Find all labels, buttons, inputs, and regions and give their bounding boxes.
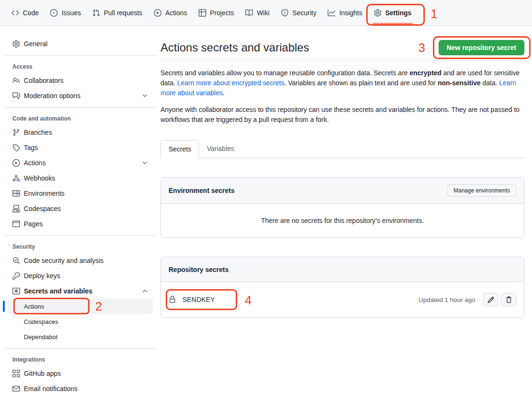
- annotation-number-1: 1: [431, 8, 437, 20]
- key-asterisk-icon: [12, 287, 20, 295]
- repo-tab-label: Security: [292, 9, 317, 17]
- repo-tab-insights[interactable]: Insights: [323, 0, 367, 25]
- repo-tab-label: Issues: [61, 9, 80, 17]
- learn-more-link[interactable]: Learn more about encrypted secrets: [177, 79, 284, 87]
- sidebar-item-branches[interactable]: Branches: [8, 125, 153, 140]
- intro-text: . Variables are shown as plain text and …: [284, 79, 438, 87]
- repo-tab-label: Projects: [210, 9, 234, 17]
- book-icon: [245, 9, 253, 17]
- tab-variables[interactable]: Variables: [199, 140, 241, 158]
- sidebar-item-collaborators[interactable]: Collaborators: [8, 73, 153, 88]
- repo-tab-label: Pull requests: [104, 9, 142, 17]
- sidebar-item-label: Actions: [24, 159, 46, 167]
- sidebar-item-secrets-and-variables[interactable]: Secrets and variables: [8, 283, 153, 299]
- sidebar-item-code-security-and-analysis[interactable]: Code security and analysis: [8, 253, 153, 268]
- sidebar-item-general[interactable]: General: [8, 36, 153, 51]
- server-icon: [12, 190, 20, 197]
- sidebar-section-title-access: Access: [8, 60, 153, 73]
- repo-tab-security[interactable]: Security: [276, 0, 321, 25]
- repo-tab-issues[interactable]: Issues: [45, 0, 85, 25]
- sidebar-divider: [4, 235, 157, 236]
- sidebar-item-label: Code security and analysis: [24, 257, 103, 264]
- repo-tab-settings[interactable]: Settings1: [369, 0, 416, 25]
- lock-icon: [169, 296, 176, 303]
- sidebar-item-label: Email notifications: [24, 385, 78, 393]
- sidebar-item-codespaces[interactable]: Codespaces: [8, 201, 153, 216]
- repo-tab-bar: CodeIssuesPull requestsActionsProjectsWi…: [0, 0, 532, 26]
- sidebar-item-label: GitHub apps: [24, 370, 61, 377]
- tag-icon: [12, 144, 20, 151]
- sidebar-subitem-codespaces[interactable]: Codespaces: [8, 314, 153, 329]
- sidebar-item-label: Dependabot: [24, 333, 58, 341]
- sidebar-divider: [4, 107, 157, 108]
- environment-secrets-header: Environment secrets Manage environments: [161, 178, 524, 204]
- page-header: Actions secrets and variables New reposi…: [161, 40, 524, 60]
- sidebar-subitem-actions[interactable]: Actions2: [8, 299, 153, 314]
- repo-tab-label: Settings: [385, 9, 412, 17]
- sidebar-item-tags[interactable]: Tags: [8, 140, 153, 155]
- browser-icon: [12, 220, 20, 228]
- settings-sidebar: GeneralAccessCollaboratorsModeration opt…: [0, 26, 161, 404]
- new-secret-button-wrap: New repository secret 3: [439, 40, 524, 55]
- sidebar-item-environments[interactable]: Environments: [8, 186, 153, 201]
- sidebar-divider: [4, 55, 157, 56]
- repository-secrets-title: Repository secrets: [169, 266, 229, 273]
- sidebar-section-title-security: Security: [8, 240, 153, 253]
- issue-opened-icon: [50, 9, 58, 17]
- sidebar-item-label: Webhooks: [24, 174, 55, 182]
- sidebar-item-deploy-keys[interactable]: Deploy keys: [8, 268, 153, 283]
- emphasis-text: non-sensitive: [438, 79, 481, 87]
- sidebar-item-label: Branches: [24, 129, 52, 136]
- settings-main: Actions secrets and variables New reposi…: [161, 26, 532, 318]
- gear-icon: [12, 40, 20, 48]
- new-repository-secret-button[interactable]: New repository secret: [439, 40, 524, 55]
- annotation-number-4: 4: [245, 294, 251, 306]
- mail-icon: [12, 385, 20, 393]
- sidebar-item-github-apps[interactable]: GitHub apps: [8, 366, 153, 381]
- sidebar-item-webhooks[interactable]: Webhooks: [8, 171, 153, 186]
- codescan-icon: [12, 257, 20, 264]
- key-icon: [12, 272, 20, 280]
- intro-text: Secrets and variables allow you to manag…: [161, 69, 410, 77]
- page-title: Actions secrets and variables: [161, 40, 309, 55]
- active-tab-underline: [372, 23, 413, 24]
- repo-tab-projects[interactable]: Projects: [194, 0, 239, 25]
- environment-secrets-title: Environment secrets: [169, 187, 235, 194]
- sidebar-item-actions[interactable]: Actions: [8, 155, 153, 171]
- manage-environments-button[interactable]: Manage environments: [447, 184, 516, 197]
- repo-tab-code[interactable]: Code: [7, 0, 43, 25]
- sidebar-item-label: Codespaces: [24, 205, 61, 212]
- repo-tab-pull-requests[interactable]: Pull requests: [88, 0, 147, 25]
- chevron-up-icon: [141, 288, 148, 294]
- repo-tab-actions[interactable]: Actions: [149, 0, 192, 25]
- secret-updated-text: Updated 1 hour ago: [419, 296, 475, 303]
- delete-secret-button[interactable]: [501, 293, 516, 306]
- sidebar-item-label: Collaborators: [24, 77, 63, 84]
- repo-tab-wiki[interactable]: Wiki: [241, 0, 274, 25]
- edit-secret-button[interactable]: [483, 293, 498, 306]
- play-icon: [12, 159, 20, 167]
- sidebar-item-moderation-options[interactable]: Moderation options: [8, 88, 153, 103]
- sidebar-item-label: General: [24, 40, 48, 48]
- intro-paragraph: Secrets and variables allow you to manag…: [161, 68, 524, 98]
- annotation-number-2: 2: [95, 300, 102, 312]
- apps-icon: [12, 370, 20, 377]
- secret-name-text: SENDKEY: [182, 296, 215, 303]
- sidebar-item-email-notifications[interactable]: Email notifications: [8, 381, 153, 396]
- environment-secrets-card: Environment secrets Manage environments …: [161, 177, 524, 238]
- sidebar-item-label: Tags: [24, 144, 38, 151]
- git-pull-request-icon: [92, 9, 100, 17]
- shield-icon: [281, 9, 289, 17]
- play-icon: [154, 9, 161, 17]
- sidebar-item-label: Actions: [24, 303, 44, 310]
- sidebar-item-label: Secrets and variables: [24, 287, 92, 295]
- chevron-down-icon: [141, 92, 148, 99]
- secret-row: SENDKEY4Updated 1 hour ago: [161, 282, 524, 317]
- sidebar-section-title-code-and-automation: Code and automation: [8, 111, 153, 125]
- repository-secrets-card: Repository secrets SENDKEY4Updated 1 hou…: [161, 257, 524, 318]
- tab-secrets[interactable]: Secrets: [161, 140, 199, 158]
- sidebar-item-pages[interactable]: Pages: [8, 216, 153, 232]
- git-branch-icon: [12, 129, 20, 136]
- sidebar-subitem-dependabot[interactable]: Dependabot: [8, 329, 153, 344]
- repo-tab-label: Wiki: [257, 9, 269, 17]
